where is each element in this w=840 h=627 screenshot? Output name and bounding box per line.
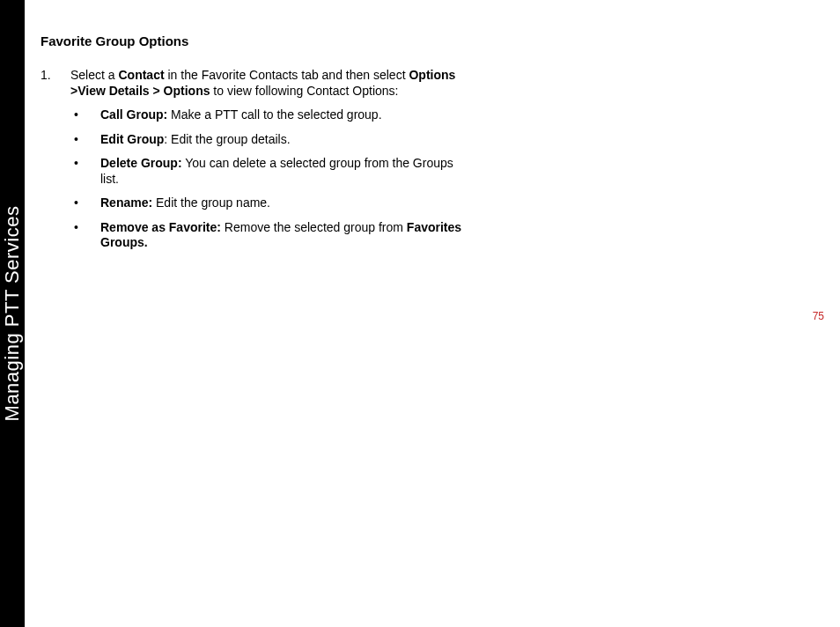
bullet-item: • Rename: Edit the group name. [70, 195, 463, 211]
page-content: Favorite Group Options 1. Select a Conta… [41, 33, 463, 260]
sidebar-section-label: Managing PTT Services [1, 206, 24, 422]
step-text: Select a [70, 68, 118, 82]
bullet-item: • Call Group: Make a PTT call to the sel… [70, 107, 463, 123]
sidebar: Managing PTT Services [0, 0, 25, 627]
bullet-label-rename: Rename: [100, 195, 152, 210]
bullet-label-call-group: Call Group: [100, 107, 167, 122]
bullet-marker: • [70, 195, 100, 211]
bullet-label-delete-group: Delete Group: [100, 156, 182, 170]
bullet-text: Edit the group name. [152, 195, 270, 210]
bullet-marker: • [70, 220, 100, 251]
section-heading: Favorite Group Options [41, 33, 463, 48]
bullet-marker: • [70, 107, 100, 123]
bullet-item: • Remove as Favorite: Remove the selecte… [70, 220, 463, 251]
bullet-body: Remove as Favorite: Remove the selected … [100, 220, 463, 251]
step-number: 1. [41, 68, 70, 99]
step-body: Select a Contact in the Favorite Contact… [70, 68, 463, 99]
bullet-label-edit-group: Edit Group [100, 132, 164, 146]
bullet-text: Remove the selected group from [221, 220, 407, 234]
step-bold-contact: Contact [118, 68, 164, 82]
bullet-marker: • [70, 132, 100, 148]
bullet-label-remove-favorite: Remove as Favorite: [100, 220, 221, 234]
bullet-item: • Delete Group: You can delete a selecte… [70, 156, 463, 187]
bullet-text: Make a PTT call to the selected group. [167, 107, 381, 122]
bullet-body: Call Group: Make a PTT call to the selec… [100, 107, 463, 123]
step-text: to view following Contact Options: [210, 84, 398, 98]
numbered-step: 1. Select a Contact in the Favorite Cont… [41, 68, 463, 99]
page-number: 75 [813, 310, 824, 322]
bullet-list: • Call Group: Make a PTT call to the sel… [70, 107, 463, 251]
bullet-body: Rename: Edit the group name. [100, 195, 463, 211]
bullet-body: Edit Group: Edit the group details. [100, 132, 463, 148]
bullet-body: Delete Group: You can delete a selected … [100, 156, 463, 187]
step-text: in the Favorite Contacts tab and then se… [165, 68, 409, 82]
bullet-item: • Edit Group: Edit the group details. [70, 132, 463, 148]
bullet-text: : Edit the group details. [164, 132, 290, 146]
bullet-marker: • [70, 156, 100, 187]
